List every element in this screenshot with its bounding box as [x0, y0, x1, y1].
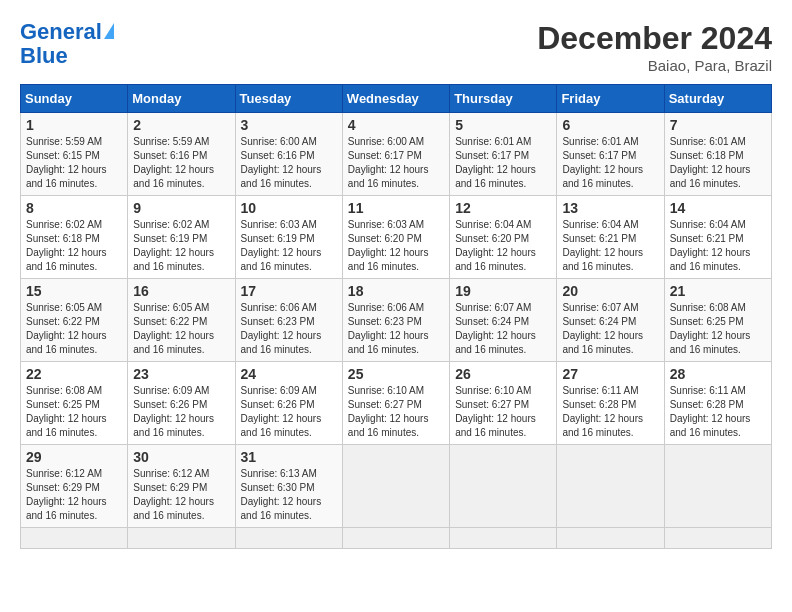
day-number: 1 [26, 117, 122, 133]
day-info: Sunrise: 6:00 AMSunset: 6:17 PMDaylight:… [348, 135, 444, 191]
day-info: Sunrise: 6:07 AMSunset: 6:24 PMDaylight:… [455, 301, 551, 357]
calendar-cell: 14 Sunrise: 6:04 AMSunset: 6:21 PMDaylig… [664, 196, 771, 279]
calendar-cell: 31 Sunrise: 6:13 AMSunset: 6:30 PMDaylig… [235, 445, 342, 528]
day-number: 15 [26, 283, 122, 299]
calendar-cell [21, 528, 128, 549]
day-number: 25 [348, 366, 444, 382]
day-number: 29 [26, 449, 122, 465]
calendar-cell: 12 Sunrise: 6:04 AMSunset: 6:20 PMDaylig… [450, 196, 557, 279]
col-saturday: Saturday [664, 85, 771, 113]
calendar-cell: 4 Sunrise: 6:00 AMSunset: 6:17 PMDayligh… [342, 113, 449, 196]
calendar-cell [664, 445, 771, 528]
col-tuesday: Tuesday [235, 85, 342, 113]
day-number: 17 [241, 283, 337, 299]
day-info: Sunrise: 6:04 AMSunset: 6:20 PMDaylight:… [455, 218, 551, 274]
calendar-cell: 3 Sunrise: 6:00 AMSunset: 6:16 PMDayligh… [235, 113, 342, 196]
day-number: 20 [562, 283, 658, 299]
calendar-cell: 10 Sunrise: 6:03 AMSunset: 6:19 PMDaylig… [235, 196, 342, 279]
day-info: Sunrise: 5:59 AMSunset: 6:16 PMDaylight:… [133, 135, 229, 191]
day-number: 7 [670, 117, 766, 133]
calendar-cell: 6 Sunrise: 6:01 AMSunset: 6:17 PMDayligh… [557, 113, 664, 196]
calendar-cell: 29 Sunrise: 6:12 AMSunset: 6:29 PMDaylig… [21, 445, 128, 528]
col-friday: Friday [557, 85, 664, 113]
logo-text-general: General [20, 20, 102, 44]
day-number: 27 [562, 366, 658, 382]
calendar-cell [557, 445, 664, 528]
day-number: 5 [455, 117, 551, 133]
day-info: Sunrise: 6:05 AMSunset: 6:22 PMDaylight:… [133, 301, 229, 357]
day-number: 11 [348, 200, 444, 216]
calendar-cell: 18 Sunrise: 6:06 AMSunset: 6:23 PMDaylig… [342, 279, 449, 362]
calendar-cell: 25 Sunrise: 6:10 AMSunset: 6:27 PMDaylig… [342, 362, 449, 445]
day-info: Sunrise: 6:05 AMSunset: 6:22 PMDaylight:… [26, 301, 122, 357]
col-sunday: Sunday [21, 85, 128, 113]
calendar-cell: 16 Sunrise: 6:05 AMSunset: 6:22 PMDaylig… [128, 279, 235, 362]
calendar-cell: 24 Sunrise: 6:09 AMSunset: 6:26 PMDaylig… [235, 362, 342, 445]
calendar-cell [450, 445, 557, 528]
calendar-cell: 17 Sunrise: 6:06 AMSunset: 6:23 PMDaylig… [235, 279, 342, 362]
day-number: 18 [348, 283, 444, 299]
calendar-table: Sunday Monday Tuesday Wednesday Thursday… [20, 84, 772, 549]
day-info: Sunrise: 6:04 AMSunset: 6:21 PMDaylight:… [562, 218, 658, 274]
calendar-row: 22 Sunrise: 6:08 AMSunset: 6:25 PMDaylig… [21, 362, 772, 445]
calendar-cell: 5 Sunrise: 6:01 AMSunset: 6:17 PMDayligh… [450, 113, 557, 196]
day-number: 9 [133, 200, 229, 216]
day-info: Sunrise: 6:10 AMSunset: 6:27 PMDaylight:… [348, 384, 444, 440]
day-info: Sunrise: 6:12 AMSunset: 6:29 PMDaylight:… [26, 467, 122, 523]
calendar-cell: 28 Sunrise: 6:11 AMSunset: 6:28 PMDaylig… [664, 362, 771, 445]
day-number: 23 [133, 366, 229, 382]
calendar-cell: 23 Sunrise: 6:09 AMSunset: 6:26 PMDaylig… [128, 362, 235, 445]
day-info: Sunrise: 6:11 AMSunset: 6:28 PMDaylight:… [670, 384, 766, 440]
day-number: 13 [562, 200, 658, 216]
day-info: Sunrise: 6:03 AMSunset: 6:19 PMDaylight:… [241, 218, 337, 274]
day-info: Sunrise: 6:03 AMSunset: 6:20 PMDaylight:… [348, 218, 444, 274]
day-number: 16 [133, 283, 229, 299]
calendar-cell: 8 Sunrise: 6:02 AMSunset: 6:18 PMDayligh… [21, 196, 128, 279]
calendar-cell: 26 Sunrise: 6:10 AMSunset: 6:27 PMDaylig… [450, 362, 557, 445]
day-info: Sunrise: 6:08 AMSunset: 6:25 PMDaylight:… [26, 384, 122, 440]
calendar-cell: 21 Sunrise: 6:08 AMSunset: 6:25 PMDaylig… [664, 279, 771, 362]
day-info: Sunrise: 6:04 AMSunset: 6:21 PMDaylight:… [670, 218, 766, 274]
day-info: Sunrise: 6:06 AMSunset: 6:23 PMDaylight:… [348, 301, 444, 357]
day-info: Sunrise: 6:01 AMSunset: 6:17 PMDaylight:… [562, 135, 658, 191]
calendar-cell [342, 528, 449, 549]
page-header: General Blue December 2024 Baiao, Para, … [20, 20, 772, 74]
calendar-row: 8 Sunrise: 6:02 AMSunset: 6:18 PMDayligh… [21, 196, 772, 279]
day-number: 14 [670, 200, 766, 216]
calendar-cell [450, 528, 557, 549]
calendar-cell: 11 Sunrise: 6:03 AMSunset: 6:20 PMDaylig… [342, 196, 449, 279]
calendar-row: 15 Sunrise: 6:05 AMSunset: 6:22 PMDaylig… [21, 279, 772, 362]
calendar-cell [342, 445, 449, 528]
day-number: 26 [455, 366, 551, 382]
day-info: Sunrise: 6:11 AMSunset: 6:28 PMDaylight:… [562, 384, 658, 440]
calendar-cell: 20 Sunrise: 6:07 AMSunset: 6:24 PMDaylig… [557, 279, 664, 362]
col-monday: Monday [128, 85, 235, 113]
day-info: Sunrise: 6:13 AMSunset: 6:30 PMDaylight:… [241, 467, 337, 523]
day-info: Sunrise: 6:12 AMSunset: 6:29 PMDaylight:… [133, 467, 229, 523]
day-number: 8 [26, 200, 122, 216]
calendar-cell [128, 528, 235, 549]
month-title: December 2024 [537, 20, 772, 57]
day-number: 28 [670, 366, 766, 382]
day-info: Sunrise: 6:00 AMSunset: 6:16 PMDaylight:… [241, 135, 337, 191]
calendar-row: 29 Sunrise: 6:12 AMSunset: 6:29 PMDaylig… [21, 445, 772, 528]
day-number: 21 [670, 283, 766, 299]
calendar-cell: 7 Sunrise: 6:01 AMSunset: 6:18 PMDayligh… [664, 113, 771, 196]
title-block: December 2024 Baiao, Para, Brazil [537, 20, 772, 74]
calendar-cell: 19 Sunrise: 6:07 AMSunset: 6:24 PMDaylig… [450, 279, 557, 362]
day-info: Sunrise: 5:59 AMSunset: 6:15 PMDaylight:… [26, 135, 122, 191]
calendar-cell: 22 Sunrise: 6:08 AMSunset: 6:25 PMDaylig… [21, 362, 128, 445]
calendar-cell [235, 528, 342, 549]
calendar-cell: 30 Sunrise: 6:12 AMSunset: 6:29 PMDaylig… [128, 445, 235, 528]
calendar-cell: 13 Sunrise: 6:04 AMSunset: 6:21 PMDaylig… [557, 196, 664, 279]
day-info: Sunrise: 6:09 AMSunset: 6:26 PMDaylight:… [133, 384, 229, 440]
calendar-cell: 1 Sunrise: 5:59 AMSunset: 6:15 PMDayligh… [21, 113, 128, 196]
day-info: Sunrise: 6:01 AMSunset: 6:17 PMDaylight:… [455, 135, 551, 191]
day-number: 2 [133, 117, 229, 133]
logo-triangle-icon [104, 23, 114, 39]
calendar-cell [557, 528, 664, 549]
day-number: 22 [26, 366, 122, 382]
day-number: 30 [133, 449, 229, 465]
logo: General Blue [20, 20, 114, 68]
calendar-row [21, 528, 772, 549]
